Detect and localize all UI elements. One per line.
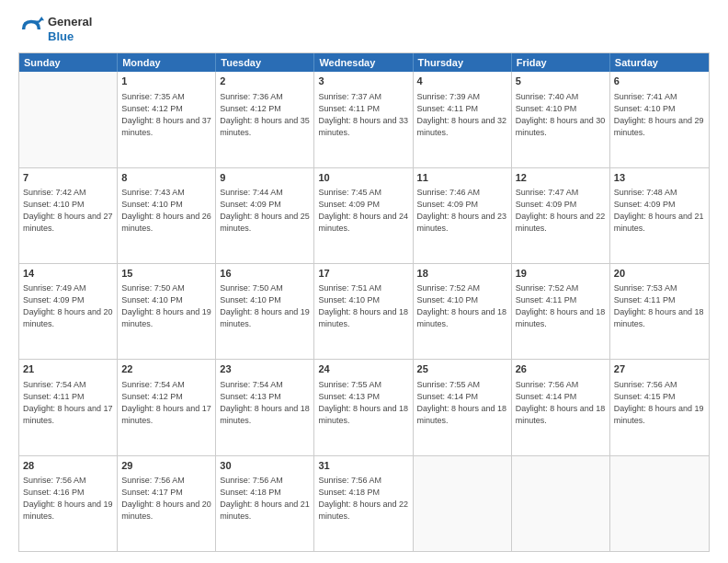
cell-info: Sunrise: 7:41 AM Sunset: 4:10 PM Dayligh… xyxy=(614,91,705,139)
logo-text-line2: Blue xyxy=(48,29,92,44)
day-number: 1 xyxy=(121,75,211,88)
cell-info: Sunrise: 7:50 AM Sunset: 4:10 PM Dayligh… xyxy=(121,282,211,330)
day-number: 10 xyxy=(318,171,408,185)
calendar-body: 1Sunrise: 7:35 AM Sunset: 4:12 PM Daylig… xyxy=(19,72,709,551)
day-number: 24 xyxy=(318,362,408,376)
page: General Blue SundayMondayTuesdayWednesda… xyxy=(0,0,728,563)
day-number: 13 xyxy=(614,171,705,185)
svg-marker-0 xyxy=(39,17,44,20)
calendar-cell-25: 25Sunrise: 7:55 AM Sunset: 4:14 PM Dayli… xyxy=(414,360,512,454)
day-number: 5 xyxy=(516,75,606,88)
calendar-cell-22: 22Sunrise: 7:54 AM Sunset: 4:12 PM Dayli… xyxy=(118,360,216,454)
day-number: 14 xyxy=(23,267,113,281)
cell-info: Sunrise: 7:40 AM Sunset: 4:10 PM Dayligh… xyxy=(516,91,606,139)
cell-info: Sunrise: 7:56 AM Sunset: 4:14 PM Dayligh… xyxy=(516,379,606,427)
day-number: 28 xyxy=(23,459,113,473)
calendar-cell-23: 23Sunrise: 7:54 AM Sunset: 4:13 PM Dayli… xyxy=(216,360,314,454)
cell-info: Sunrise: 7:50 AM Sunset: 4:10 PM Dayligh… xyxy=(220,282,310,330)
calendar-cell-14: 14Sunrise: 7:49 AM Sunset: 4:09 PM Dayli… xyxy=(19,264,118,359)
day-number: 30 xyxy=(220,459,310,473)
calendar-cell-26: 26Sunrise: 7:56 AM Sunset: 4:14 PM Dayli… xyxy=(512,360,610,454)
calendar-row-2: 14Sunrise: 7:49 AM Sunset: 4:09 PM Dayli… xyxy=(19,263,709,359)
day-number: 4 xyxy=(417,75,507,88)
calendar-cell-11: 11Sunrise: 7:46 AM Sunset: 4:09 PM Dayli… xyxy=(414,168,512,263)
calendar-cell-empty-4-6 xyxy=(610,456,709,551)
cell-info: Sunrise: 7:52 AM Sunset: 4:11 PM Dayligh… xyxy=(516,282,606,330)
header-day-monday: Monday xyxy=(118,53,216,72)
calendar-cell-1: 1Sunrise: 7:35 AM Sunset: 4:12 PM Daylig… xyxy=(118,72,216,167)
header-day-saturday: Saturday xyxy=(610,53,709,72)
calendar-header: SundayMondayTuesdayWednesdayThursdayFrid… xyxy=(19,53,709,72)
cell-info: Sunrise: 7:56 AM Sunset: 4:16 PM Dayligh… xyxy=(23,475,113,523)
calendar-cell-20: 20Sunrise: 7:53 AM Sunset: 4:11 PM Dayli… xyxy=(610,264,709,359)
cell-info: Sunrise: 7:36 AM Sunset: 4:12 PM Dayligh… xyxy=(220,91,310,139)
cell-info: Sunrise: 7:56 AM Sunset: 4:18 PM Dayligh… xyxy=(318,475,408,523)
calendar-row-1: 7Sunrise: 7:42 AM Sunset: 4:10 PM Daylig… xyxy=(19,167,709,263)
header-day-wednesday: Wednesday xyxy=(314,53,413,72)
calendar-cell-7: 7Sunrise: 7:42 AM Sunset: 4:10 PM Daylig… xyxy=(19,168,118,263)
calendar-cell-31: 31Sunrise: 7:56 AM Sunset: 4:18 PM Dayli… xyxy=(314,456,413,551)
header-day-friday: Friday xyxy=(512,53,610,72)
calendar-cell-19: 19Sunrise: 7:52 AM Sunset: 4:11 PM Dayli… xyxy=(512,264,610,359)
day-number: 3 xyxy=(318,75,408,88)
day-number: 12 xyxy=(516,171,606,185)
calendar-cell-3: 3Sunrise: 7:37 AM Sunset: 4:11 PM Daylig… xyxy=(314,72,413,167)
cell-info: Sunrise: 7:45 AM Sunset: 4:09 PM Dayligh… xyxy=(318,187,408,235)
cell-info: Sunrise: 7:46 AM Sunset: 4:09 PM Dayligh… xyxy=(417,187,507,235)
day-number: 18 xyxy=(417,267,507,281)
calendar-cell-4: 4Sunrise: 7:39 AM Sunset: 4:11 PM Daylig… xyxy=(414,72,512,167)
cell-info: Sunrise: 7:35 AM Sunset: 4:12 PM Dayligh… xyxy=(121,91,211,139)
cell-info: Sunrise: 7:49 AM Sunset: 4:09 PM Dayligh… xyxy=(23,282,113,330)
cell-info: Sunrise: 7:52 AM Sunset: 4:10 PM Dayligh… xyxy=(417,282,507,330)
cell-info: Sunrise: 7:53 AM Sunset: 4:11 PM Dayligh… xyxy=(614,282,705,330)
cell-info: Sunrise: 7:55 AM Sunset: 4:13 PM Dayligh… xyxy=(318,379,408,427)
calendar-cell-27: 27Sunrise: 7:56 AM Sunset: 4:15 PM Dayli… xyxy=(610,360,709,454)
day-number: 15 xyxy=(121,267,211,281)
header-day-thursday: Thursday xyxy=(414,53,512,72)
header-day-sunday: Sunday xyxy=(19,53,118,72)
day-number: 17 xyxy=(318,267,408,281)
calendar-cell-18: 18Sunrise: 7:52 AM Sunset: 4:10 PM Dayli… xyxy=(414,264,512,359)
calendar-cell-17: 17Sunrise: 7:51 AM Sunset: 4:10 PM Dayli… xyxy=(314,264,413,359)
calendar-cell-28: 28Sunrise: 7:56 AM Sunset: 4:16 PM Dayli… xyxy=(19,456,118,551)
header-day-tuesday: Tuesday xyxy=(216,53,314,72)
calendar-cell-16: 16Sunrise: 7:50 AM Sunset: 4:10 PM Dayli… xyxy=(216,264,314,359)
cell-info: Sunrise: 7:56 AM Sunset: 4:17 PM Dayligh… xyxy=(121,475,211,523)
day-number: 27 xyxy=(614,362,705,376)
day-number: 23 xyxy=(220,362,310,376)
day-number: 21 xyxy=(23,362,113,376)
day-number: 6 xyxy=(614,75,705,88)
calendar-cell-8: 8Sunrise: 7:43 AM Sunset: 4:10 PM Daylig… xyxy=(118,168,216,263)
calendar-cell-29: 29Sunrise: 7:56 AM Sunset: 4:17 PM Dayli… xyxy=(118,456,216,551)
calendar-cell-2: 2Sunrise: 7:36 AM Sunset: 4:12 PM Daylig… xyxy=(216,72,314,167)
cell-info: Sunrise: 7:56 AM Sunset: 4:15 PM Dayligh… xyxy=(614,379,705,427)
calendar-row-0: 1Sunrise: 7:35 AM Sunset: 4:12 PM Daylig… xyxy=(19,72,709,167)
cell-info: Sunrise: 7:56 AM Sunset: 4:18 PM Dayligh… xyxy=(220,475,310,523)
cell-info: Sunrise: 7:44 AM Sunset: 4:09 PM Dayligh… xyxy=(220,187,310,235)
cell-info: Sunrise: 7:51 AM Sunset: 4:10 PM Dayligh… xyxy=(318,282,408,330)
day-number: 9 xyxy=(220,171,310,185)
calendar-cell-24: 24Sunrise: 7:55 AM Sunset: 4:13 PM Dayli… xyxy=(314,360,413,454)
day-number: 16 xyxy=(220,267,310,281)
day-number: 22 xyxy=(121,362,211,376)
calendar-row-3: 21Sunrise: 7:54 AM Sunset: 4:11 PM Dayli… xyxy=(19,359,709,454)
logo: General Blue xyxy=(18,15,92,43)
calendar-cell-21: 21Sunrise: 7:54 AM Sunset: 4:11 PM Dayli… xyxy=(19,360,118,454)
day-number: 29 xyxy=(121,459,211,473)
logo-text-line1: General xyxy=(48,15,92,29)
cell-info: Sunrise: 7:42 AM Sunset: 4:10 PM Dayligh… xyxy=(23,187,113,235)
calendar-cell-12: 12Sunrise: 7:47 AM Sunset: 4:09 PM Dayli… xyxy=(512,168,610,263)
day-number: 7 xyxy=(23,171,113,185)
cell-info: Sunrise: 7:48 AM Sunset: 4:09 PM Dayligh… xyxy=(614,187,705,235)
calendar: SundayMondayTuesdayWednesdayThursdayFrid… xyxy=(18,52,710,552)
calendar-cell-13: 13Sunrise: 7:48 AM Sunset: 4:09 PM Dayli… xyxy=(610,168,709,263)
logo-icon xyxy=(18,17,44,42)
cell-info: Sunrise: 7:37 AM Sunset: 4:11 PM Dayligh… xyxy=(318,91,408,139)
calendar-cell-empty-0-0 xyxy=(19,72,118,167)
calendar-cell-15: 15Sunrise: 7:50 AM Sunset: 4:10 PM Dayli… xyxy=(118,264,216,359)
day-number: 31 xyxy=(318,459,408,473)
cell-info: Sunrise: 7:55 AM Sunset: 4:14 PM Dayligh… xyxy=(417,379,507,427)
calendar-cell-empty-4-4 xyxy=(414,456,512,551)
day-number: 26 xyxy=(516,362,606,376)
day-number: 20 xyxy=(614,267,705,281)
